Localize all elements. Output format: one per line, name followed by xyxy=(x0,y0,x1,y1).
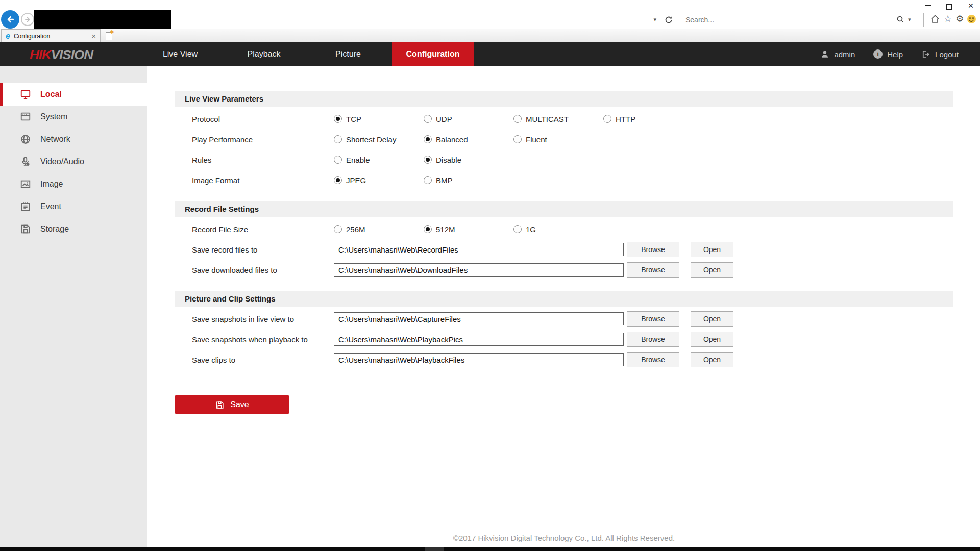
sidebar-item-event[interactable]: Event xyxy=(0,195,147,218)
sidebar-item-storage[interactable]: Storage xyxy=(0,218,147,240)
row-save-snapshots-playback: Save snapshots when playback to Browse O… xyxy=(175,329,953,349)
open-button[interactable]: Open xyxy=(691,262,733,278)
tab-close-icon[interactable]: × xyxy=(91,33,96,39)
settings-gear-icon[interactable]: ⚙ xyxy=(955,14,964,24)
sidebar-item-video-audio[interactable]: Video/Audio xyxy=(0,151,147,173)
radio-512m[interactable] xyxy=(424,225,432,233)
taskbar-edge xyxy=(0,547,980,551)
download-files-path-input[interactable] xyxy=(334,263,624,277)
browse-button[interactable]: Browse xyxy=(627,262,679,278)
section-header-picture-clip-settings: Picture and Clip Settings xyxy=(175,291,953,307)
refresh-icon[interactable] xyxy=(665,16,673,26)
browse-button[interactable]: Browse xyxy=(627,352,679,367)
system-window-icon xyxy=(19,111,32,123)
radio-multicast[interactable] xyxy=(513,115,522,123)
save-floppy-icon xyxy=(215,400,225,410)
minimize-button[interactable] xyxy=(924,2,932,10)
row-save-downloaded-files: Save downloaded files to Browse Open xyxy=(175,260,953,280)
field-label: Save clips to xyxy=(192,356,334,364)
open-button[interactable]: Open xyxy=(691,311,733,327)
nav-configuration[interactable]: Configuration xyxy=(392,42,474,66)
section-header-record-file-settings: Record File Settings xyxy=(175,201,953,217)
search-caret-icon[interactable]: ▾ xyxy=(908,16,911,23)
user-menu[interactable]: admin xyxy=(820,49,855,59)
taskbar-segment xyxy=(425,547,444,551)
app-header: HIKVISION Live View Playback Picture Con… xyxy=(0,42,980,66)
restore-button[interactable] xyxy=(945,2,953,10)
browser-tab-configuration[interactable]: e Configuration × xyxy=(1,29,101,42)
radio-shortest-delay[interactable] xyxy=(334,135,342,143)
sidebar-item-local[interactable]: Local xyxy=(0,83,147,106)
open-button[interactable]: Open xyxy=(691,332,733,347)
radio-tcp[interactable] xyxy=(334,115,342,123)
chevron-down-icon[interactable]: ▾ xyxy=(653,16,656,23)
browse-button[interactable]: Browse xyxy=(627,332,679,347)
radio-rules-enable[interactable] xyxy=(334,156,342,164)
tab-title: Configuration xyxy=(14,33,88,40)
close-button[interactable]: × xyxy=(967,2,975,10)
row-record-file-size: Record File Size 256M 512M 1G xyxy=(175,219,953,239)
radio-rules-disable[interactable] xyxy=(424,156,432,164)
favorites-star-icon[interactable]: ☆ xyxy=(944,14,952,24)
row-save-record-files: Save record files to Browse Open xyxy=(175,239,953,260)
radio-256m[interactable] xyxy=(334,225,342,233)
globe-icon xyxy=(19,133,32,145)
tab-bar: e Configuration × xyxy=(0,29,980,42)
redacted-url xyxy=(34,10,172,29)
radio-http[interactable] xyxy=(603,115,611,123)
open-button[interactable]: Open xyxy=(691,352,733,367)
browser-navigation-bar: ▾ ▾ ☆ ⚙ xyxy=(0,11,980,28)
nav-live-view[interactable]: Live View xyxy=(144,42,216,66)
radio-jpeg[interactable] xyxy=(334,176,342,184)
window-titlebar: × xyxy=(0,0,980,11)
radio-balanced[interactable] xyxy=(424,135,432,143)
new-tab-icon xyxy=(106,32,112,40)
logout-button[interactable]: Logout xyxy=(921,49,959,59)
logout-label: Logout xyxy=(935,50,959,59)
new-tab-button[interactable] xyxy=(103,30,115,42)
sidebar-item-system[interactable]: System xyxy=(0,106,147,128)
playback-pics-path-input[interactable] xyxy=(334,333,624,346)
microphone-icon xyxy=(19,156,32,168)
open-button[interactable]: Open xyxy=(691,242,733,257)
playback-files-path-input[interactable] xyxy=(334,353,624,366)
field-label: Protocol xyxy=(192,115,334,123)
search-icon[interactable] xyxy=(896,15,904,23)
sidebar-item-image[interactable]: Image xyxy=(0,173,147,195)
feedback-smiley-icon[interactable] xyxy=(967,15,976,23)
search-input[interactable] xyxy=(680,13,924,27)
field-label: Record File Size xyxy=(192,225,334,234)
radio-bmp[interactable] xyxy=(424,176,432,184)
home-icon[interactable] xyxy=(930,14,940,24)
field-label: Play Performance xyxy=(192,135,334,144)
back-button[interactable] xyxy=(1,10,19,29)
user-icon xyxy=(820,49,829,59)
field-label: Image Format xyxy=(192,176,334,185)
copyright-footer: ©2017 Hikvision Digital Technology Co., … xyxy=(175,534,953,542)
logout-icon xyxy=(921,49,930,59)
sidebar-item-network[interactable]: Network xyxy=(0,128,147,151)
save-label: Save xyxy=(230,400,249,409)
nav-picture[interactable]: Picture xyxy=(312,42,384,66)
username-label: admin xyxy=(834,50,855,59)
nav-playback[interactable]: Playback xyxy=(228,42,300,66)
help-label: Help xyxy=(887,50,903,59)
record-files-path-input[interactable] xyxy=(334,243,624,256)
row-protocol: Protocol TCP UDP MULTICAST HTTP xyxy=(175,109,953,129)
row-play-performance: Play Performance Shortest Delay Balanced… xyxy=(175,129,953,149)
event-icon xyxy=(19,201,32,213)
capture-files-path-input[interactable] xyxy=(334,312,624,325)
help-button[interactable]: i Help xyxy=(873,49,903,59)
browse-button[interactable]: Browse xyxy=(627,311,679,327)
radio-1g[interactable] xyxy=(513,225,522,233)
radio-fluent[interactable] xyxy=(513,135,522,143)
section-header-live-view-parameters: Live View Parameters xyxy=(175,91,953,107)
forward-button[interactable] xyxy=(21,13,34,26)
field-label: Save snapshots when playback to xyxy=(192,335,334,344)
browse-button[interactable]: Browse xyxy=(627,242,679,257)
monitor-icon xyxy=(19,88,32,101)
save-button[interactable]: Save xyxy=(175,395,289,414)
help-icon: i xyxy=(873,49,883,59)
field-label: Rules xyxy=(192,156,334,164)
radio-udp[interactable] xyxy=(424,115,432,123)
